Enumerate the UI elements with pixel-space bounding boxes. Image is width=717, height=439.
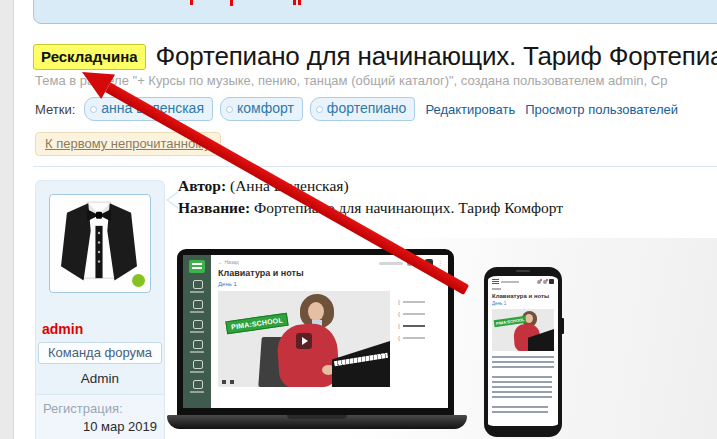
online-status-dot: [132, 274, 145, 287]
app-topbar: ⋮: [379, 259, 443, 267]
edit-tags-link[interactable]: Редактировать: [425, 102, 515, 117]
staff-banner: Команда форума: [38, 342, 162, 364]
lesson-list-item: {: [398, 335, 436, 341]
phone-paragraph-placeholder: [492, 406, 548, 416]
thread-title-row: Рескладчина Фортепиано для начинающих. Т…: [33, 41, 717, 72]
user-avatar[interactable]: [49, 194, 151, 293]
sidebar-nav-icon: [190, 280, 204, 293]
phone-lesson-title: Клавиатура и ноты: [492, 293, 554, 299]
app-day-link: День 1: [218, 281, 441, 287]
phone-back-link: [492, 288, 501, 290]
section-divider: [33, 166, 717, 167]
laptop-screen-content: ⋮ ← Назад Клавиатура и ноты День 1 PIMA:…: [183, 255, 448, 408]
note-icon: {: [398, 299, 400, 305]
lesson-item-text: [403, 301, 425, 303]
note-icon: {: [398, 335, 400, 341]
post-user-panel: admin Команда форума Admin Регистрация: …: [35, 180, 165, 439]
chat-icon: [416, 261, 421, 266]
bell-icon: [537, 280, 541, 284]
lesson-item-text: [403, 313, 425, 315]
sidebar-nav-icon: [190, 340, 204, 353]
lesson-list-item-active: {: [398, 323, 436, 329]
search-bar: [379, 262, 403, 265]
tag-anna-vilenskaya[interactable]: анна виленская: [84, 97, 213, 121]
phone-video-thumb: PIMA:SCHOOL: [492, 309, 554, 351]
phone-app-topbar: [492, 279, 554, 284]
piano-keyboard: [332, 341, 390, 387]
post-name-line: Название: Фортепиано для начинающих. Тар…: [178, 199, 563, 217]
sidebar-nav-icon: [190, 300, 204, 313]
user-extra-info: Регистрация: 10 мар 2019 Сообщения:: [36, 394, 164, 439]
clipped-red-text-mark: [293, 0, 296, 5]
name-label: Название:: [178, 199, 250, 216]
bell-icon: [407, 261, 412, 266]
lesson-video-player: PIMA:SCHOOL: [218, 291, 390, 387]
message-bubble-tip: [166, 191, 178, 209]
phone-mockup: Клавиатура и ноты День 1 PIMA:SCHOOL: [484, 267, 562, 437]
author-value: (Анна Виленская): [226, 177, 348, 194]
author-label: Автор:: [178, 177, 226, 194]
clipped-red-text-mark: [190, 0, 193, 5]
user-role: Admin: [36, 371, 164, 386]
lesson-item-text: [403, 325, 425, 327]
registration-label: Регистрация:: [43, 401, 157, 416]
phone-paragraph-placeholder: [492, 376, 552, 401]
thread-subtitle: Тема в разделе "+ Курсы по музыке, пению…: [35, 73, 667, 88]
lesson-list: { { { {: [398, 291, 436, 387]
sidebar-nav-icon: [190, 320, 204, 333]
pima-school-badge: PIMA:SCHOOL: [225, 313, 288, 335]
menu-dots-icon: ⋮: [437, 260, 443, 266]
laptop-mockup: ⋮ ← Назад Клавиатура и ноты День 1 PIMA:…: [177, 249, 454, 416]
username-link[interactable]: admin: [42, 321, 164, 337]
phone-side-button: [561, 318, 564, 334]
note-icon: {: [398, 323, 400, 329]
phone-search-bar: [501, 281, 519, 283]
thread-title: Фортепиано для начинающих. Тариф Фортепи…: [156, 41, 717, 72]
tag-fortepiano[interactable]: фортепиано: [310, 97, 416, 121]
clipped-notice-box: [33, 0, 717, 24]
presenter-face: [308, 302, 324, 321]
sidebar-nav-icon: [190, 360, 204, 373]
presenter-red-jacket: [276, 322, 340, 387]
page-left-gutter: [0, 0, 14, 439]
lesson-list-item: {: [398, 299, 436, 305]
first-unread-button[interactable]: К первому непрочитанному: [35, 132, 221, 156]
registration-value: 10 мар 2019: [43, 419, 157, 434]
tags-row: Метки: анна виленская комфорт фортепиано…: [35, 97, 678, 121]
app-lesson-title: Клавиатура и ноты: [218, 268, 441, 278]
note-icon: {: [398, 311, 400, 317]
tag-komfort[interactable]: комфорт: [220, 97, 303, 121]
app-avatar: [425, 259, 433, 267]
video-controls: [222, 380, 236, 384]
app-sidebar: [183, 255, 211, 408]
pima-school-logo-icon: [189, 260, 205, 273]
lesson-item-text: [403, 337, 425, 339]
hamburger-menu-icon: [492, 279, 499, 284]
tags-label: Метки:: [35, 102, 75, 117]
laptop-base: [167, 415, 467, 429]
clipped-red-text-mark: [298, 0, 301, 5]
app-avatar: [549, 279, 554, 284]
lesson-list-item: {: [398, 311, 436, 317]
chat-icon: [543, 280, 547, 284]
app-content-row: PIMA:SCHOOL { { { {: [218, 291, 441, 387]
forum-thread-page: Рескладчина Фортепиано для начинающих. Т…: [0, 0, 717, 439]
name-value: Фортепиано для начинающих. Тариф Комфорт: [250, 199, 563, 216]
play-button-icon: [296, 333, 312, 349]
phone-paragraph-placeholder: [492, 356, 554, 371]
view-users-link[interactable]: Просмотр пользователей: [525, 102, 678, 117]
phone-screen-content: Клавиатура и ноты День 1 PIMA:SCHOOL: [488, 276, 558, 426]
clipped-red-text-mark: [230, 0, 233, 6]
post-author-line: Автор: (Анна Виленская): [178, 177, 349, 195]
sidebar-nav-icon: [190, 380, 204, 393]
app-main-area: ⋮ ← Назад Клавиатура и ноты День 1 PIMA:…: [211, 255, 448, 408]
thread-prefix-badge[interactable]: Рескладчина: [33, 44, 146, 70]
phone-day-link: День 1: [492, 301, 554, 306]
